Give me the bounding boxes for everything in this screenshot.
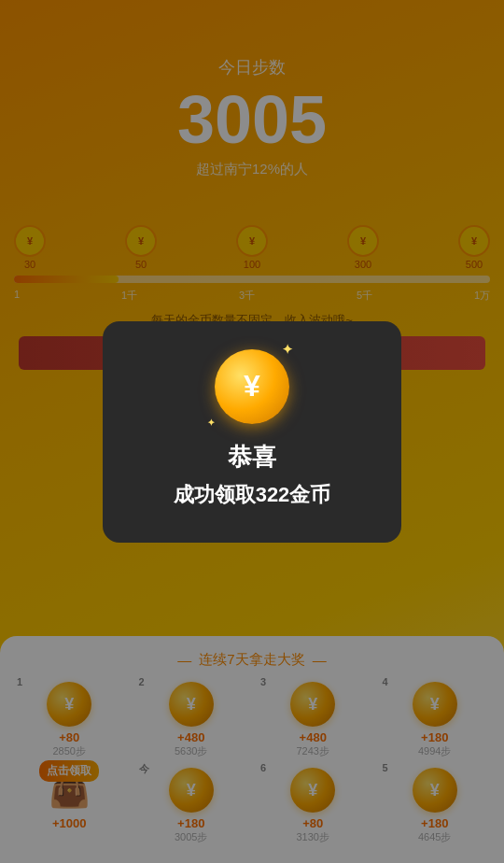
modal-title: 恭喜 (228, 441, 276, 474)
modal-subtitle: 成功领取322金币 (174, 481, 331, 509)
modal-coin-symbol: ¥ (244, 369, 260, 403)
modal-coin: ¥ (215, 349, 289, 424)
modal-box: ¥ 恭喜 成功领取322金币 (103, 321, 401, 543)
modal-overlay[interactable]: ¥ 恭喜 成功领取322金币 (0, 0, 504, 863)
